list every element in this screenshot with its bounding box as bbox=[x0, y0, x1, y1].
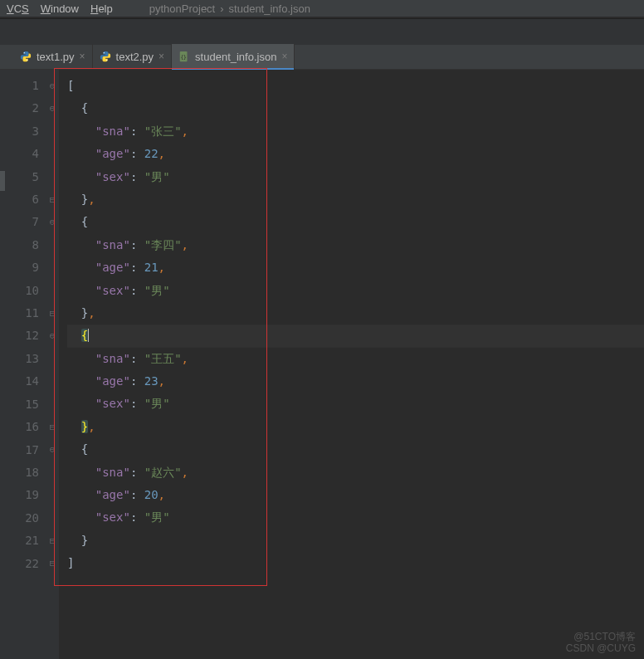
code-line[interactable]: "age": 21, bbox=[67, 256, 644, 279]
code-line[interactable]: [ bbox=[67, 75, 644, 97]
line-number: 10 bbox=[0, 280, 39, 302]
editor[interactable]: 12345678910111213141516171819202122 ⊖⊖⊟⊖… bbox=[0, 70, 644, 659]
watermark: @51CTO博客 CSDN @CUYG bbox=[566, 631, 636, 654]
code-line[interactable]: "sex": "男" bbox=[67, 506, 644, 529]
menu-window[interactable]: Window bbox=[41, 2, 79, 15]
code-line[interactable]: } bbox=[67, 530, 644, 552]
line-number: 20 bbox=[0, 507, 39, 530]
code-line[interactable]: { bbox=[67, 438, 644, 461]
caret bbox=[88, 329, 95, 342]
line-number: 9 bbox=[0, 256, 39, 279]
line-number: 21 bbox=[0, 530, 39, 552]
svg-point-3 bbox=[106, 60, 107, 61]
menu-help[interactable]: Help bbox=[90, 2, 113, 15]
line-number: 8 bbox=[0, 234, 39, 256]
line-number: 15 bbox=[0, 393, 39, 416]
tab-text2-py[interactable]: text2.py× bbox=[93, 44, 173, 69]
code-line[interactable]: "sna": "王五", bbox=[67, 348, 644, 370]
line-number: 17 bbox=[0, 439, 39, 461]
breadcrumb-project[interactable]: pythonProject bbox=[149, 2, 216, 15]
line-number: 7 bbox=[0, 211, 39, 233]
fold-marker[interactable]: ⊖ bbox=[46, 325, 59, 347]
svg-point-1 bbox=[27, 60, 27, 61]
svg-text:{}: {} bbox=[181, 54, 188, 60]
code-line[interactable]: "sex": "男" bbox=[67, 166, 644, 188]
fold-marker[interactable]: ⊖ bbox=[46, 211, 59, 233]
fold-marker[interactable]: ⊖ bbox=[46, 97, 59, 120]
code-line[interactable]: }, bbox=[67, 188, 644, 211]
line-number: 4 bbox=[0, 143, 39, 165]
fold-marker[interactable] bbox=[46, 280, 59, 302]
fold-marker[interactable] bbox=[46, 234, 59, 256]
code-line[interactable]: { bbox=[67, 97, 644, 120]
gutter-marker bbox=[0, 171, 5, 191]
line-number: 19 bbox=[0, 484, 39, 506]
toolbar-spacer bbox=[0, 18, 644, 45]
line-number: 11 bbox=[0, 302, 39, 325]
line-gutter: 12345678910111213141516171819202122 bbox=[0, 70, 46, 659]
fold-marker[interactable] bbox=[46, 506, 59, 529]
fold-marker[interactable] bbox=[46, 256, 59, 279]
tab-label: text1.py bbox=[37, 51, 75, 63]
fold-marker[interactable]: ⊟ bbox=[46, 188, 59, 211]
code-line[interactable]: }, bbox=[67, 416, 644, 438]
code-line[interactable]: { bbox=[67, 211, 644, 233]
line-number: 12 bbox=[0, 325, 39, 347]
line-number: 1 bbox=[0, 75, 39, 97]
fold-marker[interactable] bbox=[46, 143, 59, 165]
tab-student_info-json[interactable]: {}student_info.json× bbox=[172, 44, 295, 69]
fold-marker[interactable] bbox=[46, 393, 59, 415]
main-menu: VCS Window Help pythonProject › student_… bbox=[0, 0, 644, 17]
line-number: 14 bbox=[0, 370, 39, 393]
line-number: 6 bbox=[0, 188, 39, 211]
svg-point-0 bbox=[24, 52, 25, 53]
line-number: 3 bbox=[0, 120, 39, 143]
code-line[interactable]: "sna": "李四", bbox=[67, 234, 644, 256]
fold-column: ⊖⊖⊟⊖⊟⊖⊟⊖⊟⊟ bbox=[46, 70, 59, 659]
code-line[interactable]: "sna": "张三", bbox=[67, 120, 644, 143]
breadcrumb: pythonProject › student_info.json bbox=[149, 2, 310, 15]
fold-marker[interactable]: ⊟ bbox=[46, 530, 59, 552]
code-line[interactable]: ] bbox=[67, 552, 644, 574]
editor-tabs: text1.py×text2.py×{}student_info.json× bbox=[0, 45, 644, 70]
gutter-stripe bbox=[0, 71, 5, 586]
line-number: 22 bbox=[0, 553, 39, 575]
code-line[interactable]: "sex": "男" bbox=[67, 280, 644, 302]
watermark-line1: @51CTO博客 bbox=[566, 631, 636, 642]
code-area[interactable]: [ { "sna": "张三", "age": 22, "sex": "男" }… bbox=[59, 70, 644, 659]
code-line[interactable]: "age": 23, bbox=[67, 370, 644, 393]
fold-marker[interactable] bbox=[46, 166, 59, 188]
fold-marker[interactable] bbox=[46, 348, 59, 370]
fold-marker[interactable]: ⊖ bbox=[46, 75, 59, 97]
line-number: 5 bbox=[0, 166, 39, 188]
fold-marker[interactable] bbox=[46, 370, 59, 393]
menu-vcs[interactable]: VCS bbox=[7, 2, 29, 15]
breadcrumb-file[interactable]: student_info.json bbox=[229, 2, 310, 15]
fold-marker[interactable] bbox=[46, 461, 59, 484]
line-number: 18 bbox=[0, 461, 39, 484]
code-line[interactable]: { bbox=[67, 325, 644, 347]
line-number: 16 bbox=[0, 416, 39, 438]
tab-label: student_info.json bbox=[195, 51, 276, 63]
chevron-right-icon: › bbox=[220, 2, 223, 15]
code-line[interactable]: }, bbox=[67, 302, 644, 325]
close-icon[interactable]: × bbox=[281, 51, 287, 62]
watermark-line2: CSDN @CUYG bbox=[566, 642, 636, 654]
code-line[interactable]: "age": 20, bbox=[67, 484, 644, 506]
fold-marker[interactable] bbox=[46, 120, 59, 143]
fold-marker[interactable]: ⊟ bbox=[46, 302, 59, 325]
svg-point-2 bbox=[103, 52, 104, 53]
tab-text1-py[interactable]: text1.py× bbox=[13, 44, 93, 69]
line-number: 13 bbox=[0, 348, 39, 370]
fold-marker[interactable]: ⊟ bbox=[46, 416, 59, 438]
close-icon[interactable]: × bbox=[159, 51, 164, 62]
fold-marker[interactable] bbox=[46, 484, 59, 506]
close-icon[interactable]: × bbox=[80, 51, 85, 62]
fold-marker[interactable]: ⊖ bbox=[46, 438, 59, 461]
python-file-icon bbox=[20, 51, 32, 62]
code-line[interactable]: "sex": "男" bbox=[67, 393, 644, 415]
fold-marker[interactable]: ⊟ bbox=[46, 552, 59, 574]
line-number: 2 bbox=[0, 97, 39, 120]
code-line[interactable]: "age": 22, bbox=[67, 143, 644, 165]
code-line[interactable]: "sna": "赵六", bbox=[67, 461, 644, 484]
